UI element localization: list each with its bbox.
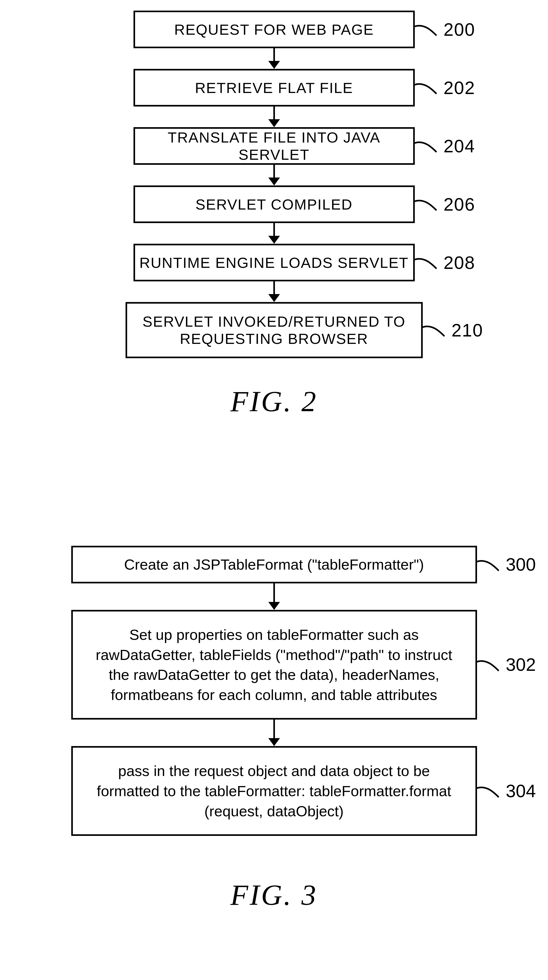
ref-206-text: 206	[444, 194, 475, 215]
flow-node-208: RUNTIME ENGINE LOADS SERVLET 208	[133, 244, 415, 282]
flow-node-206: SERVLET COMPILED 206	[133, 185, 415, 223]
ref-tick-icon	[421, 323, 445, 337]
ref-202-text: 202	[444, 77, 475, 98]
figure-3-column: Create an JSPTableFormat ("tableFormatte…	[0, 546, 548, 912]
figure-2: REQUEST FOR WEB PAGE 200 RETRIEVE FLAT F…	[0, 11, 548, 418]
figure-3: Create an JSPTableFormat ("tableFormatte…	[0, 546, 548, 912]
figure-2-caption: FIG. 2	[230, 385, 318, 418]
ref-300-text: 300	[506, 552, 536, 577]
ref-304-text: 304	[506, 779, 536, 803]
ref-208-text: 208	[444, 252, 475, 273]
arrow-icon	[268, 107, 280, 127]
flow-node-200-label: REQUEST FOR WEB PAGE	[174, 21, 374, 38]
figure-3-caption: FIG. 3	[230, 878, 318, 912]
ref-202: 202	[413, 77, 475, 98]
ref-210-text: 210	[451, 320, 483, 340]
flow-node-200: REQUEST FOR WEB PAGE 200	[133, 11, 415, 48]
ref-tick-icon	[413, 23, 437, 36]
figure-2-column: REQUEST FOR WEB PAGE 200 RETRIEVE FLAT F…	[0, 11, 548, 418]
flow-node-204: TRANSLATE FILE INTO JAVA SERVLET 204	[133, 127, 415, 165]
ref-304: 304	[475, 779, 536, 803]
ref-tick-icon	[413, 198, 437, 211]
arrow-icon	[268, 719, 280, 746]
ref-tick-icon	[413, 81, 437, 94]
ref-200-text: 200	[444, 19, 475, 40]
ref-tick-icon	[475, 784, 499, 798]
flow-node-302: Set up properties on tableFormatter such…	[71, 610, 477, 719]
ref-302: 302	[475, 652, 536, 677]
flow-node-206-label: SERVLET COMPILED	[195, 196, 353, 213]
flow-node-300-label: Create an JSPTableFormat ("tableFormatte…	[124, 555, 424, 575]
ref-tick-icon	[413, 256, 437, 269]
ref-tick-icon	[475, 558, 499, 571]
flow-node-304: pass in the request object and data obje…	[71, 746, 477, 836]
flow-node-202: RETRIEVE FLAT FILE 202	[133, 69, 415, 107]
arrow-icon	[268, 583, 280, 610]
flow-node-210: SERVLET INVOKED/RETURNED TO REQUESTING B…	[125, 302, 423, 358]
flow-node-304-label: pass in the request object and data obje…	[89, 761, 459, 821]
ref-204: 204	[413, 136, 475, 156]
ref-300: 300	[475, 552, 536, 577]
ref-200: 200	[413, 19, 475, 40]
ref-tick-icon	[413, 139, 437, 153]
flow-node-302-label: Set up properties on tableFormatter such…	[89, 625, 459, 705]
flow-node-300: Create an JSPTableFormat ("tableFormatte…	[71, 546, 477, 583]
ref-204-text: 204	[444, 136, 475, 156]
arrow-icon	[268, 223, 280, 244]
flow-node-208-label: RUNTIME ENGINE LOADS SERVLET	[139, 254, 409, 271]
ref-302-text: 302	[506, 652, 536, 677]
flow-node-204-label: TRANSLATE FILE INTO JAVA SERVLET	[135, 129, 413, 163]
arrow-icon	[268, 282, 280, 302]
ref-206: 206	[413, 194, 475, 215]
flow-node-202-label: RETRIEVE FLAT FILE	[195, 79, 353, 96]
ref-210: 210	[421, 320, 483, 340]
ref-208: 208	[413, 252, 475, 273]
flow-node-210-label: SERVLET INVOKED/RETURNED TO REQUESTING B…	[135, 313, 413, 347]
arrow-icon	[268, 165, 280, 185]
page: REQUEST FOR WEB PAGE 200 RETRIEVE FLAT F…	[0, 0, 548, 980]
ref-tick-icon	[475, 658, 499, 671]
arrow-icon	[268, 48, 280, 69]
